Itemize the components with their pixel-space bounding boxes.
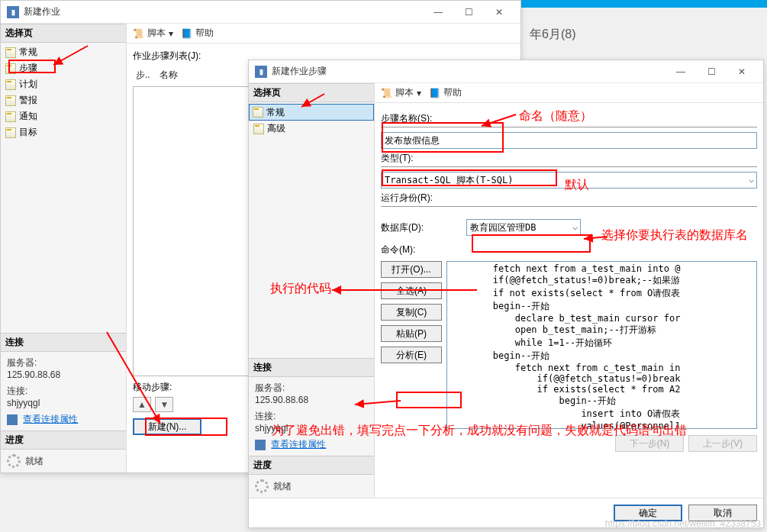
nav-advanced[interactable]: 高级	[249, 121, 374, 137]
nav-label: 目标	[19, 126, 37, 139]
close-button[interactable]: ✕	[484, 2, 514, 22]
ok-button[interactable]: 确定	[614, 505, 682, 521]
toolbar: 📜 脚本 ▾ 📘 帮助	[375, 83, 763, 103]
page-icon	[253, 124, 264, 134]
nav-alerts[interactable]: 警报	[1, 92, 126, 108]
chevron-down-icon: ▾	[169, 28, 173, 39]
nav-label: 警报	[19, 94, 37, 107]
nav-label: 常规	[266, 106, 285, 119]
help-button[interactable]: 📘 帮助	[181, 27, 214, 40]
help-button[interactable]: 📘 帮助	[429, 86, 462, 99]
nav-targets[interactable]: 目标	[1, 124, 126, 140]
maximize-button[interactable]: ☐	[453, 2, 484, 22]
nav-label: 通知	[19, 110, 37, 123]
connection-value: shjyyqgl	[7, 398, 120, 408]
script-icon: 📜	[381, 88, 392, 98]
progress-header: 进度	[249, 456, 374, 475]
app-icon: ▮	[255, 66, 267, 78]
spinner-icon	[255, 479, 269, 493]
link-icon	[7, 414, 18, 425]
command-label: 命令(M):	[381, 243, 457, 256]
link-icon	[255, 440, 266, 450]
paste-button[interactable]: 粘贴(P)	[381, 325, 442, 342]
open-button[interactable]: 打开(O)...	[381, 261, 442, 278]
nav-general[interactable]: 常规	[1, 44, 126, 60]
type-select[interactable]	[381, 172, 757, 189]
stepname-label: 步骤名称(S):	[381, 112, 757, 127]
nav-label: 步骤	[19, 62, 37, 75]
nav-label: 高级	[267, 122, 285, 135]
database-label: 数据库(D):	[381, 221, 457, 234]
page-icon	[5, 79, 16, 90]
select-page-header: 选择页	[249, 83, 374, 102]
help-icon: 📘	[429, 88, 440, 98]
selectall-button[interactable]: 全选(A)	[381, 282, 442, 299]
connection-value: shjyyqgl	[255, 423, 368, 434]
script-label: 脚本	[395, 86, 414, 99]
copy-button[interactable]: 复制(C)	[381, 304, 442, 321]
move-up-button[interactable]: ▲	[133, 397, 151, 412]
help-label: 帮助	[443, 86, 462, 99]
maximize-button[interactable]: ☐	[696, 62, 727, 82]
prev-button[interactable]: 上一步(V)	[688, 435, 757, 452]
minimize-button[interactable]: —	[665, 62, 696, 82]
help-icon: 📘	[181, 28, 192, 39]
script-dropdown[interactable]: 📜 脚本 ▾	[381, 86, 421, 99]
runas-label: 运行身份(R):	[381, 192, 757, 207]
type-label: 类型(T):	[381, 152, 757, 167]
sidebar: 选择页 常规 高级 连接 服务器: 125.90.88.68 连接: shjyy…	[249, 83, 375, 498]
sidebar: 选择页 常规 步骤 计划 警报 通知 目标 连接 服务器: 125.90.88.…	[1, 24, 127, 472]
app-icon: ▮	[7, 6, 19, 18]
page-icon	[5, 127, 16, 138]
command-textarea[interactable]: fetch next from a_test_main into @ if(@@…	[446, 261, 757, 429]
stepname-input[interactable]	[381, 132, 757, 149]
new-step-button[interactable]: 新建(N)...	[133, 418, 201, 435]
page-icon	[5, 47, 16, 58]
ready-label: 就绪	[273, 480, 292, 493]
col-name: 名称	[160, 69, 178, 82]
nav-label: 常规	[19, 46, 37, 59]
script-dropdown[interactable]: 📜 脚本 ▾	[133, 27, 173, 40]
help-label: 帮助	[195, 27, 214, 40]
connection-label: 连接:	[255, 410, 368, 423]
titlebar-new-job-step[interactable]: ▮ 新建作业步骤 — ☐ ✕	[249, 60, 763, 83]
nav-label: 计划	[19, 78, 37, 91]
script-icon: 📜	[133, 28, 144, 39]
spinner-icon	[7, 454, 21, 468]
titlebar-new-job[interactable]: ▮ 新建作业 — ☐ ✕	[1, 1, 520, 24]
bg-bar	[520, 0, 767, 8]
view-connection-link[interactable]: 查看连接属性	[271, 439, 326, 450]
database-select[interactable]	[466, 219, 581, 236]
script-label: 脚本	[147, 27, 166, 40]
next-button[interactable]: 下一步(N)	[615, 435, 684, 452]
window-title: 新建作业步骤	[272, 65, 665, 78]
select-page-header: 选择页	[1, 24, 126, 43]
view-connection-link[interactable]: 查看连接属性	[23, 414, 78, 424]
window-title: 新建作业	[24, 5, 423, 18]
page-icon	[253, 107, 263, 118]
server-value: 125.90.88.68	[7, 369, 120, 380]
connection-label: 连接:	[7, 385, 120, 398]
progress-header: 进度	[1, 430, 126, 450]
ready-label: 就绪	[25, 455, 44, 468]
chevron-down-icon: ⌵	[749, 174, 754, 185]
chevron-down-icon: ▾	[417, 88, 421, 98]
server-label: 服务器:	[255, 382, 368, 395]
connection-header: 连接	[1, 333, 126, 352]
toolbar: 📜 脚本 ▾ 📘 帮助	[127, 24, 520, 44]
nav-notifications[interactable]: 通知	[1, 108, 126, 124]
move-down-button[interactable]: ▼	[155, 397, 173, 412]
close-button[interactable]: ✕	[727, 62, 757, 82]
minimize-button[interactable]: —	[423, 2, 453, 22]
parse-button[interactable]: 分析(E)	[381, 347, 442, 363]
nav-steps[interactable]: 步骤	[1, 60, 126, 76]
window-new-job-step: ▮ 新建作业步骤 — ☐ ✕ 选择页 常规 高级 连接 服务器: 125.90.…	[248, 60, 764, 528]
cancel-button[interactable]: 取消	[688, 505, 757, 521]
connection-header: 连接	[249, 358, 374, 377]
nav-schedules[interactable]: 计划	[1, 76, 126, 92]
server-value: 125.90.88.68	[255, 395, 368, 405]
bg-tab: 年6月(8)	[530, 27, 575, 43]
nav-general[interactable]: 常规	[249, 104, 374, 121]
page-icon	[5, 63, 16, 74]
col-step: 步..	[136, 69, 150, 82]
